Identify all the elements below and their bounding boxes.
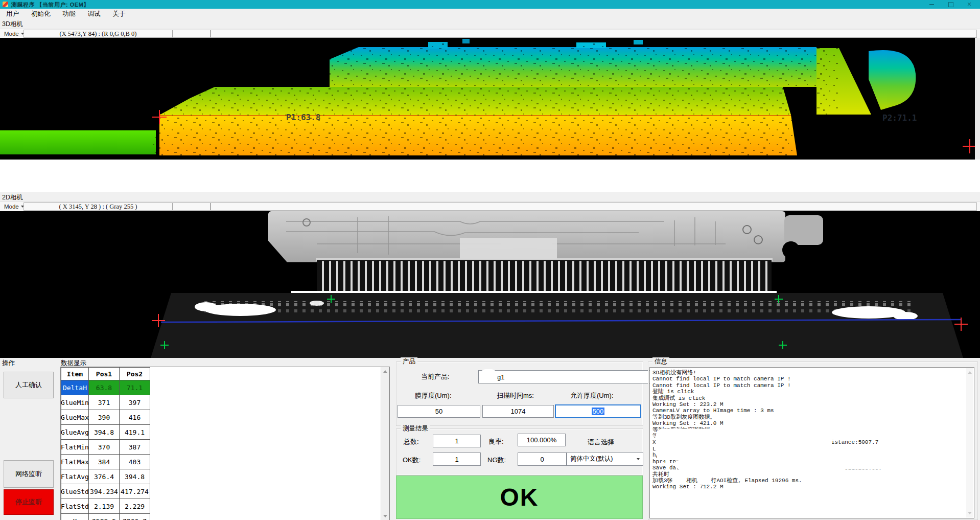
cell-item: DeltaH — [61, 380, 89, 395]
selected-text: 500 — [592, 408, 605, 415]
table-row[interactable]: GlueMax 390 416 — [61, 410, 150, 425]
cell-pos2: 394.8 — [120, 469, 150, 484]
camera2d-mode-button[interactable]: Mode — [2, 202, 27, 211]
ok-count-label: OK数: — [403, 456, 421, 465]
app-icon — [3, 2, 8, 7]
table-row[interactable]: FlatAvg 376.4 394.8 — [61, 469, 150, 484]
current-product-label: 当前产品: — [421, 372, 450, 381]
log-line: Cannot find local IP to match camera IP … — [652, 376, 971, 382]
scroll-up-icon — [383, 370, 387, 373]
camera2d-status-seg2 — [173, 202, 211, 211]
results-group: 测量结果 总数: 1 良率: 100.000% 语言选择 OK数: 1 NG数:… — [396, 428, 643, 476]
table-row[interactable]: DeltaH 63.8 71.1 — [61, 380, 150, 395]
allow-thickness-label: 允许厚度(Um): — [570, 391, 614, 400]
log-scrollbar[interactable] — [966, 368, 973, 517]
allow-thickness-field[interactable]: 500 — [555, 404, 641, 418]
mode-button-label: Mode — [4, 31, 19, 37]
app-window: 测膜程序 【当前用户: OEM】 ✕ 用户 初始化 功能 调试 关于 3D相机 … — [0, 0, 980, 520]
cell-pos2: 403 — [120, 455, 150, 469]
col-item: Item — [61, 368, 89, 380]
log-line: Working Set : 223.2 M — [652, 401, 971, 408]
language-select[interactable]: 简体中文(默认) — [567, 452, 643, 466]
menu-debug[interactable]: 调试 — [82, 9, 107, 19]
redaction-blob — [656, 428, 832, 460]
cell-pos1: 394.8 — [89, 425, 120, 440]
cell-item: FlatMin — [61, 440, 89, 455]
results-group-label: 测量结果 — [401, 424, 430, 433]
cell-pos1: 394.234 — [89, 484, 120, 499]
cell-pos2: 71.1 — [120, 380, 150, 395]
table-row[interactable]: FlatMin 370 387 — [61, 440, 150, 455]
chevron-down-icon — [637, 458, 640, 460]
redaction-blob — [479, 369, 498, 383]
scan-time-field[interactable]: 1074 — [482, 405, 554, 418]
table-row[interactable]: FlatMax 384 403 — [61, 455, 150, 469]
panel-gap — [0, 160, 980, 192]
cell-pos2: 397 — [120, 395, 150, 410]
camera3d-viewport[interactable]: P1:63.8 P2:71.1 — [0, 38, 980, 160]
cell-pos2: 419.1 — [120, 425, 150, 440]
title-bar: 测膜程序 【当前用户: OEM】 ✕ — [0, 0, 980, 9]
total-field[interactable]: 1 — [433, 435, 481, 447]
cell-pos1: 2.139 — [89, 499, 120, 514]
minimize-icon — [929, 4, 934, 5]
camera3d-label: 3D相机 — [2, 20, 23, 29]
minimize-button[interactable] — [923, 0, 940, 9]
camera2d-mode-bar: Mode ( X 3145, Y 28 ) : ( Gray 255 ) — [0, 201, 980, 211]
camera3d-mode-bar: Mode (X 5473,Y 84) : (R 0,G 0,B 0) — [0, 29, 980, 38]
log-line: 加载3张 相机 行AOI检查, Elapsed 19296 ms. — [652, 478, 971, 484]
table-scrollbar[interactable] — [381, 367, 389, 520]
menu-init[interactable]: 初始化 — [25, 9, 57, 19]
maximize-button[interactable] — [942, 0, 960, 9]
menu-user[interactable]: 用户 — [0, 9, 25, 19]
cell-pos2: 416 — [120, 410, 150, 425]
log-line: 登陆 is click — [652, 389, 971, 395]
film-thickness-label: 膜厚度(Um): — [415, 391, 452, 400]
table-row[interactable]: GlueStd 394.234 417.274 — [61, 484, 150, 499]
menu-function[interactable]: 功能 — [57, 9, 82, 19]
camera2d-viewport[interactable] — [0, 211, 980, 358]
manual-confirm-button[interactable]: 人工确认 — [4, 372, 54, 398]
maximize-icon — [948, 2, 953, 7]
camera2d-status-seg3 — [211, 202, 977, 211]
cell-item: GlueMax — [61, 410, 89, 425]
close-icon: ✕ — [967, 1, 971, 8]
mode-button-label: Mode — [4, 204, 19, 210]
log-line: 集成调试 is click — [652, 395, 971, 401]
info-group-label: 信息 — [652, 357, 669, 366]
ng-count-field[interactable]: 0 — [518, 453, 567, 466]
ok-count-field[interactable]: 1 — [433, 453, 481, 466]
table-row[interactable]: GlueAvg 394.8 419.1 — [61, 425, 150, 440]
product-group-label: 产品 — [401, 357, 417, 366]
cell-pos2: 417.274 — [120, 484, 150, 499]
camera3d-status-seg2 — [173, 30, 211, 38]
scroll-down-icon — [968, 512, 972, 514]
log-line: 等到3D取到灰度图数据。 — [652, 414, 971, 420]
network-listen-button[interactable]: 网络监听 — [4, 460, 54, 488]
menu-bar: 用户 初始化 功能 调试 关于 — [0, 9, 980, 19]
camera3d-status-seg3 — [211, 30, 977, 38]
log-line: Working Set : 712.2 M — [652, 484, 971, 490]
table-row[interactable]: X 2583.5 7966.7 — [61, 514, 150, 520]
yield-label: 良率: — [488, 437, 504, 446]
cell-item: FlatMax — [61, 455, 89, 469]
table-row[interactable]: FlatStd 2.139 2.229 — [61, 499, 150, 514]
window-title: 测膜程序 【当前用户: OEM】 — [11, 1, 89, 9]
cell-pos1: 370 — [89, 440, 120, 455]
total-label: 总数: — [404, 437, 419, 446]
film-thickness-field[interactable]: 50 — [398, 405, 480, 418]
current-product-field[interactable]: g1 — [478, 370, 660, 383]
yield-field[interactable]: 100.000% — [518, 434, 566, 446]
log-line: CameraLV array to HImage time : 3 ms — [652, 408, 971, 414]
cell-pos1: 371 — [89, 395, 120, 410]
table-row[interactable]: GlueMin 371 397 — [61, 395, 150, 410]
menu-about[interactable]: 关于 — [107, 9, 132, 19]
camera3d-status: (X 5473,Y 84) : (R 0,G 0,B 0) — [24, 30, 173, 38]
stop-listen-button[interactable]: 停止监听 — [4, 489, 54, 515]
camera3d-mode-button[interactable]: Mode — [2, 30, 27, 38]
scroll-down-icon — [383, 515, 387, 517]
log-line: 共耗时 — [652, 471, 971, 478]
cell-pos1: 384 — [89, 455, 120, 469]
close-button[interactable]: ✕ — [961, 0, 978, 9]
scan-time-label: 扫描时间ms: — [497, 391, 534, 400]
